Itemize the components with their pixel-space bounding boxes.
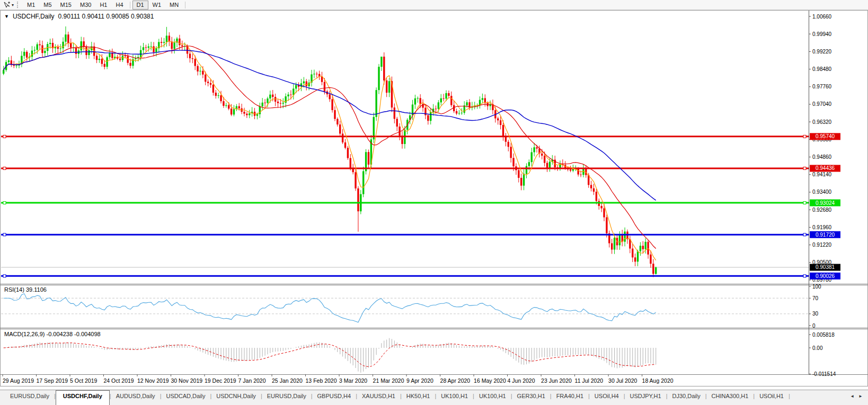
candle-body [49,43,51,44]
candle-body [150,46,152,47]
symbol-tab-usoil-h4[interactable]: USOil,H4 [590,390,624,405]
symbol-tab-usdcnh-daily[interactable]: USDCNH,Daily [211,390,261,405]
tab-scroll-left-icon[interactable]: ◄ [850,394,854,399]
candle-body [264,103,265,103]
symbol-tab-fra40-h1[interactable]: FRA40,H1 [552,390,588,405]
timeframe-button-d1[interactable]: D1 [132,1,148,10]
date-axis-label: 7 Jan 2020 [238,377,266,384]
candle-body [611,243,613,249]
price-axis-label: 0.99220 [812,49,832,55]
price-axis-label: 0.93400 [812,189,832,195]
candle-body [256,114,258,116]
candle-body [458,113,460,113]
candle-body [231,109,232,114]
level-line-handle[interactable] [3,167,6,169]
symbol-tab-uk100-h1[interactable]: UK100,H1 [474,390,511,405]
candle-body [438,102,439,109]
price-axis-label: 0.94140 [812,172,832,177]
candle-body [378,67,379,90]
macd-indicator-label: MACD(12,26,9) -0.004238 -0.004098 [4,331,101,337]
candle-body [375,90,377,117]
timeframe-button-m1[interactable]: M1 [23,1,39,10]
symbol-tab-china300-h1[interactable]: CHINA300,H1 [707,390,754,405]
chart-ohlc-values: 0.90111 0.90411 0.90085 0.90381 [58,13,154,20]
timeframe-button-h1[interactable]: H1 [95,1,111,10]
rsi-pane: 10070300 [1,284,821,329]
symbol-tab-usdcad-daily[interactable]: USDCAD,Daily [161,390,210,405]
rsi-axis-label: 30 [812,311,819,317]
timeframe-button-mn[interactable]: MN [165,1,183,10]
symbol-tab-eurusd-daily[interactable]: EURUSD,Daily [262,390,311,405]
symbol-tab-eurusd-daily[interactable]: EURUSD,Daily [5,390,54,405]
candle-body [39,44,40,46]
candle-body [34,50,36,50]
symbol-tab-hk50-h1[interactable]: HK50,H1 [402,390,435,405]
price-axis-label: 0.92680 [812,207,832,213]
candle-body [129,63,131,66]
tab-separator: | [789,390,790,399]
candle-body [171,41,173,49]
candle-body [518,170,519,177]
candle-body [26,52,28,58]
level-line-handle[interactable] [3,135,6,138]
candle-body [155,48,157,52]
level-line-handle[interactable] [3,202,6,204]
candle-body [497,119,499,121]
timeframe-button-w1[interactable]: W1 [148,1,166,10]
level-line-handle[interactable] [803,275,806,277]
current-price-badge-text: 0.90381 [816,264,835,270]
rsi-axis-label: 0 [812,323,816,329]
candle-body [324,82,325,92]
window-menu-icon[interactable]: ▼ [4,14,9,19]
symbol-tab-usoil-h1[interactable]: USOil,H1 [755,390,789,405]
tab-scroll-right-icon[interactable]: ► [858,394,863,399]
candle-body [606,217,607,233]
timeframe-button-m5[interactable]: M5 [39,1,56,10]
symbol-tab-xauusd-h1[interactable]: XAUUSD,H1 [357,390,400,405]
chart-window: 1.006600.999400.992200.984800.977600.970… [0,10,868,390]
candle-body [15,66,17,66]
symbol-tab-usdchf-daily[interactable]: USDCHF,Daily [56,390,110,405]
candle-body [388,81,390,93]
candle-body [596,192,597,201]
timeframe-button-m15[interactable]: M15 [56,1,76,10]
symbol-tab-uk100-h1[interactable]: UK100,H1 [436,390,473,405]
date-axis-label: 12 Nov 2019 [137,377,169,384]
candle-body [380,57,382,67]
candle-body [3,70,4,74]
date-axis-label: 23 Jun 2020 [541,377,572,384]
rsi-axis-label: 70 [812,295,819,301]
candle-body [148,47,149,48]
candle-body [445,93,447,99]
candle-body [109,53,110,58]
candle-body [430,112,431,121]
candle-body [111,53,113,58]
symbol-tab-dj30-daily[interactable]: DJ30,Daily [668,390,705,405]
toolbar-grip-handle[interactable] [17,2,20,8]
price-axis-label: 0.94860 [812,154,832,160]
symbol-tab-usdjpy-h1[interactable]: USDJPY,H1 [625,390,666,405]
timeframe-button-h4[interactable]: H4 [111,1,127,10]
level-line-handle[interactable] [803,167,806,169]
candle-body [127,56,128,63]
timeframe-button-m30[interactable]: M30 [76,1,95,10]
level-price-badge-text: 0.91720 [816,232,835,238]
candle-body [435,109,437,109]
symbol-tab-ger30-h1[interactable]: GER30,H1 [512,390,550,405]
candle-body [306,82,307,86]
level-line-handle[interactable] [803,202,806,204]
macd-axis-label: 0.005818 [812,332,835,338]
candle-body [262,103,263,106]
candle-body [456,111,457,113]
chart-cursor-icon[interactable] [2,1,12,8]
candle-body [331,99,333,110]
level-line-handle[interactable] [803,135,806,138]
level-line-handle[interactable] [803,233,806,236]
level-line-handle[interactable] [3,233,6,236]
symbol-tab-audusd-daily[interactable]: AUDUSD,Daily [111,390,160,405]
symbol-tab-gbpusd-h4[interactable]: GBPUSD,H4 [313,390,356,405]
level-line-handle[interactable] [3,275,6,277]
candle-body [277,102,279,103]
main-chart-pane [1,26,809,277]
cursor-dropdown-caret-icon[interactable]: ▾ [12,3,14,7]
